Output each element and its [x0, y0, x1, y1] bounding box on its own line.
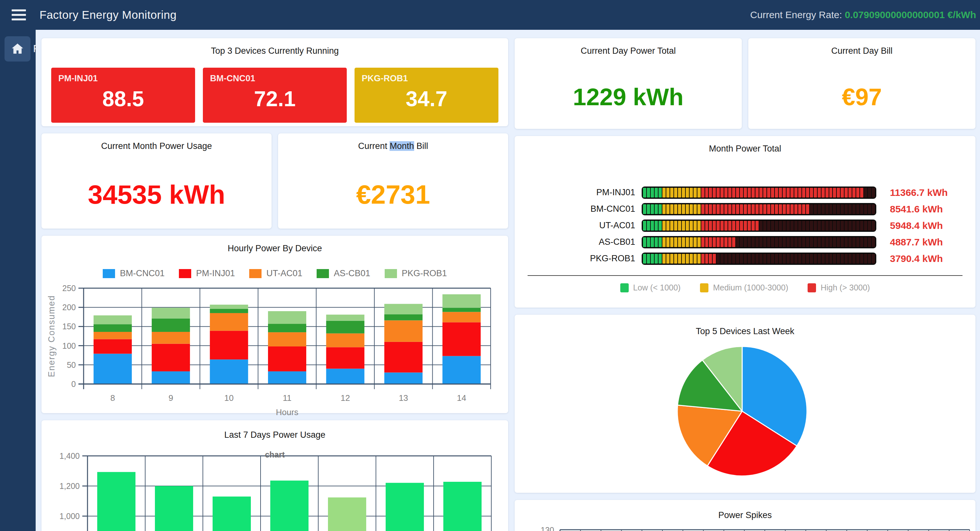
hourly-legend: BM-CNC01PM-INJ01UT-AC01AS-CB01PKG-ROB1 [41, 268, 508, 279]
svg-text:12: 12 [340, 393, 350, 403]
panel-power-spikes: Power Spikes 130 [515, 500, 975, 531]
panel-month-bill: Current Month Bill €2731 [278, 133, 508, 228]
legend-swatch [620, 283, 629, 292]
gauge-bar [642, 236, 876, 248]
legend-item: AS-CB01 [317, 268, 371, 279]
legend-item: High (> 3000) [808, 283, 870, 292]
top5-pie-chart [515, 315, 975, 493]
gauge-bar [642, 252, 876, 265]
month-power-value: 34535 kWh [41, 156, 272, 233]
gauge-bar [642, 187, 876, 199]
panel-month-total: Month Power Total PM-INJ0111366.7 kWhBM-… [515, 136, 975, 308]
legend-item: BM-CNC01 [103, 268, 165, 279]
home-icon [10, 42, 25, 56]
panel-top3-devices: Top 3 Devices Currently Running PM-INJ01… [41, 38, 508, 126]
panel-day-bill: Current Day Bill €97 [748, 38, 975, 129]
legend-swatch [385, 269, 397, 278]
gauge-value: 8541.6 kWh [890, 204, 943, 215]
selected-text: Month [390, 141, 414, 151]
gauge-row: PKG-ROB13790.4 kWh [515, 250, 975, 267]
energy-rate: Current Energy Rate: 0.07909000000000001… [750, 10, 976, 21]
gauge-row: UT-AC015948.4 kWh [515, 217, 975, 234]
svg-text:200: 200 [62, 303, 76, 312]
device-card: PKG-ROB1 34.7 [355, 68, 498, 123]
device-card: PM-INJ01 88.5 [51, 68, 195, 123]
device-card: BM-CNC01 72.1 [203, 68, 347, 123]
month-power-title: Current Month Power Usage [41, 133, 272, 151]
svg-text:Hours: Hours [276, 407, 298, 417]
legend-item: UT-AC01 [249, 268, 302, 279]
energy-rate-value: 0.07909000000000001 [845, 10, 945, 20]
svg-text:13: 13 [399, 393, 408, 403]
gauge-device-label: PKG-ROB1 [515, 254, 642, 263]
gauge-value: 4887.7 kWh [890, 237, 943, 248]
dashboard-content: Top 3 Devices Currently Running PM-INJ01… [36, 30, 980, 531]
gauge-value: 5948.4 kWh [890, 220, 943, 231]
month-bill-value: €2731 [278, 156, 508, 233]
legend-item: PKG-ROB1 [385, 268, 447, 279]
device-card-value: 72.1 [203, 86, 347, 111]
device-card-value: 34.7 [355, 86, 498, 111]
clipped-nav-label: F [33, 43, 37, 56]
svg-text:50: 50 [67, 360, 76, 369]
panel-month-power: Current Month Power Usage 34535 kWh [41, 133, 272, 228]
home-button[interactable] [5, 36, 30, 62]
last7-title: Last 7 Days Power Usage [41, 430, 508, 440]
sidebar: F [0, 30, 36, 531]
month-total-gauges: PM-INJ0111366.7 kWhBM-CNC018541.6 kWhUT-… [515, 184, 975, 267]
top-bar: Factory Energy Monitoring Current Energy… [0, 0, 980, 30]
legend-swatch [249, 269, 261, 278]
svg-text:10: 10 [224, 393, 234, 403]
month-total-title: Month Power Total [515, 136, 975, 154]
energy-rate-unit: €/kWh [948, 10, 976, 20]
svg-text:0: 0 [71, 379, 76, 388]
svg-text:Energy Consumed: Energy Consumed [47, 295, 56, 377]
svg-text:250: 250 [62, 284, 76, 293]
svg-text:8: 8 [110, 393, 115, 403]
day-power-title: Current Day Power Total [515, 38, 742, 56]
legend-swatch [808, 283, 816, 292]
svg-text:100: 100 [62, 341, 76, 350]
legend-swatch [179, 269, 191, 278]
pie-title: Top 5 Devices Last Week [515, 327, 975, 336]
day-bill-title: Current Day Bill [748, 38, 975, 56]
hourly-title: Hourly Power By Device [41, 236, 508, 254]
gauge-bar [642, 203, 876, 215]
device-card-name: PKG-ROB1 [362, 73, 408, 84]
legend-swatch [700, 283, 708, 292]
gauge-value: 11366.7 kWh [890, 187, 948, 198]
legend-item: PM-INJ01 [179, 268, 235, 279]
device-cards: PM-INJ01 88.5 BM-CNC01 72.1 PKG-ROB1 34.… [41, 56, 508, 123]
month-total-legend: Low (< 1000)Medium (1000-3000)High (> 30… [515, 283, 975, 292]
month-bill-title: Current Month Bill [278, 133, 508, 151]
gauge-bar [642, 220, 876, 232]
gauge-device-label: BM-CNC01 [515, 204, 642, 214]
legend-item: Medium (1000-3000) [700, 283, 788, 292]
gauge-device-label: AS-CB01 [515, 237, 642, 247]
divider [528, 275, 963, 276]
svg-text:130: 130 [541, 526, 554, 531]
svg-text:14: 14 [457, 393, 466, 403]
svg-text:9: 9 [169, 393, 173, 403]
svg-text:150: 150 [62, 322, 76, 331]
gauge-row: AS-CB014887.7 kWh [515, 234, 975, 250]
svg-text:11: 11 [283, 393, 292, 403]
last7-subtitle: chart [41, 450, 508, 460]
svg-text:1,200: 1,200 [59, 482, 80, 491]
panel-last7-days: Last 7 Days Power Usage chart 1,4001,200… [41, 420, 508, 531]
day-power-value: 1229 kWh [515, 60, 742, 133]
svg-text:1,000: 1,000 [59, 512, 80, 521]
gauge-row: PM-INJ0111366.7 kWh [515, 184, 975, 201]
gauge-value: 3790.4 kWh [890, 253, 943, 264]
device-card-name: PM-INJ01 [58, 73, 98, 84]
legend-swatch [317, 269, 329, 278]
panel-top3-title: Top 3 Devices Currently Running [41, 38, 508, 56]
device-card-name: BM-CNC01 [210, 73, 255, 84]
spikes-title: Power Spikes [515, 510, 975, 520]
gauge-device-label: PM-INJ01 [515, 187, 642, 198]
panel-hourly-power: Hourly Power By Device BM-CNC01PM-INJ01U… [41, 236, 508, 413]
gauge-row: BM-CNC018541.6 kWh [515, 201, 975, 217]
menu-icon[interactable] [12, 10, 26, 21]
energy-rate-label: Current Energy Rate: [750, 10, 842, 20]
panel-day-power: Current Day Power Total 1229 kWh [515, 38, 742, 129]
